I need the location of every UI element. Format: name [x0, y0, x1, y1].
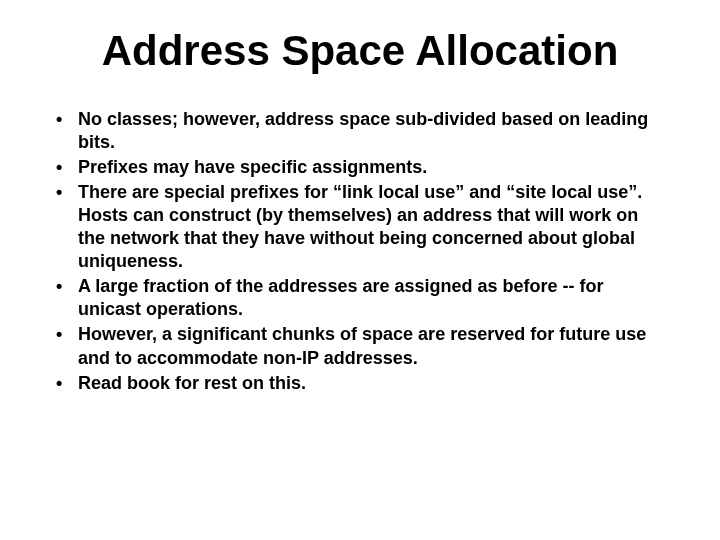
list-item: A large fraction of the addresses are as… — [48, 275, 668, 321]
list-item: There are special prefixes for “link loc… — [48, 181, 668, 273]
list-item: However, a significant chunks of space a… — [48, 323, 668, 369]
slide: Address Space Allocation No classes; how… — [0, 0, 720, 540]
list-item: No classes; however, address space sub-d… — [48, 108, 668, 154]
list-item: Prefixes may have specific assignments. — [48, 156, 668, 179]
bullet-list: No classes; however, address space sub-d… — [48, 108, 672, 394]
list-item: Read book for rest on this. — [48, 372, 668, 395]
slide-title: Address Space Allocation — [48, 28, 672, 74]
